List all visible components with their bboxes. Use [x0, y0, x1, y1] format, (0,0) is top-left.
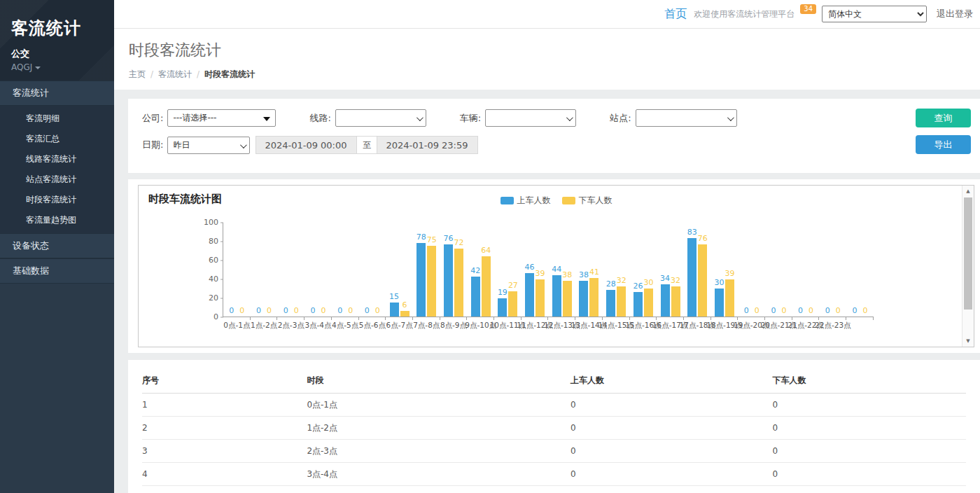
x-axis-label: 7点-8点 [413, 321, 440, 331]
bar-boarding[interactable]: 42 [471, 277, 480, 317]
y-axis-tick: 100 [200, 218, 223, 227]
page-title: 时段客流统计 [129, 40, 980, 61]
line-label: 线路: [309, 112, 330, 125]
legend-item-alighting[interactable]: 下车人数 [562, 195, 612, 207]
export-button[interactable]: 导出 [916, 135, 971, 154]
legend-item-boarding[interactable]: 上车人数 [500, 195, 551, 207]
bar-alighting[interactable]: 39 [725, 279, 734, 317]
query-button[interactable]: 查询 [916, 109, 971, 127]
bar-boarding[interactable]: 30 [715, 289, 724, 317]
y-axis-tick: 40 [200, 275, 223, 284]
bar-value-label: 6 [402, 300, 407, 310]
bar-value-label: 76 [443, 234, 453, 243]
home-link[interactable]: 首页 [664, 7, 687, 22]
bar-alighting[interactable]: 64 [482, 256, 491, 317]
breadcrumb-passenger-stats[interactable]: 客流统计 [158, 69, 192, 79]
legend-label: 上车人数 [517, 195, 551, 207]
bar-group: 1566点-7点 [386, 222, 413, 317]
station-select[interactable] [636, 109, 737, 127]
sidebar-subitem[interactable]: 客流量趋势图 [0, 210, 114, 230]
breadcrumb: 主页/客流统计/时段客流统计 [129, 69, 980, 81]
bar-alighting[interactable]: 30 [644, 289, 653, 317]
bar-alighting[interactable]: 39 [536, 279, 545, 317]
bar-value-label: 0 [853, 306, 858, 315]
date-to-input[interactable]: 2024-01-09 23:59 [377, 136, 478, 154]
table-row[interactable]: 10点-1点00 [142, 394, 966, 417]
table-row[interactable]: 43点-4点00 [142, 463, 966, 486]
bar-alighting[interactable]: 27 [508, 291, 517, 317]
table-row[interactable]: 54点-5点00 [142, 486, 966, 493]
notification-badge[interactable]: 34 [800, 4, 816, 14]
bar-value-label: 28 [606, 279, 616, 289]
y-axis-tick: 80 [200, 237, 223, 246]
bar-boarding[interactable]: 76 [444, 244, 453, 317]
bar-value-label: 38 [562, 270, 572, 279]
table-cell: 0 [772, 440, 966, 463]
x-axis-label: 0点-1点 [223, 321, 250, 331]
bar-group: 78757点-8点 [413, 222, 440, 317]
bar-boarding[interactable]: 34 [661, 284, 670, 317]
line-select[interactable] [335, 109, 426, 127]
bar-boarding[interactable]: 15 [390, 303, 399, 317]
legend-label: 下车人数 [579, 195, 612, 207]
table-cell: 0 [772, 486, 966, 493]
breadcrumb-home[interactable]: 主页 [129, 69, 146, 79]
logout-link[interactable]: 退出登录 [937, 8, 973, 20]
date-preset-select[interactable]: 昨日 [167, 137, 250, 154]
bar-alighting[interactable]: 75 [427, 246, 436, 317]
scroll-down-icon[interactable]: ▼ [962, 335, 974, 347]
table-cell: 2点-3点 [307, 440, 570, 463]
bar-boarding[interactable]: 19 [498, 298, 507, 317]
date-from-input[interactable]: 2024-01-09 00:00 [255, 136, 357, 154]
table-cell: 0 [570, 486, 772, 493]
table-cell: 5 [142, 486, 307, 493]
bar-boarding[interactable]: 46 [525, 273, 534, 317]
account-dropdown[interactable]: AQGJ [11, 62, 103, 72]
bar-alighting[interactable]: 32 [617, 286, 626, 317]
bar-value-label: 83 [687, 228, 697, 237]
bar-alighting[interactable]: 32 [671, 286, 680, 317]
x-axis-label: 8点-9点 [440, 321, 467, 331]
bar-value-label: 0 [284, 306, 288, 315]
chevron-down-icon [727, 114, 734, 121]
bar-alighting[interactable]: 6 [400, 311, 410, 317]
bar-group: 303918点-19点 [711, 222, 738, 317]
date-preset-value: 昨日 [173, 139, 190, 151]
bar-alighting[interactable]: 38 [563, 281, 572, 317]
table-cell: 4 [142, 463, 307, 486]
sidebar-item-passenger-stats[interactable]: 客流统计 [0, 81, 114, 106]
bar-alighting[interactable]: 76 [698, 244, 707, 317]
scroll-up-icon[interactable]: ▲ [962, 186, 974, 197]
welcome-text: 欢迎使用客流统计管理平台 [694, 8, 794, 20]
x-axis-label: 22点-23点 [815, 321, 851, 331]
bar-value-label: 30 [715, 278, 724, 287]
bar-alighting[interactable]: 72 [454, 249, 463, 317]
table-row[interactable]: 32点-3点00 [142, 440, 966, 463]
language-select[interactable]: 简体中文 [822, 6, 927, 22]
bar-group: 0021点-22点 [792, 222, 820, 317]
bar-value-label: 0 [808, 306, 813, 315]
sidebar-subitem[interactable]: 客流明细 [0, 109, 114, 129]
filter-row-2: 日期: 昨日 2024-01-09 00:00 至 2024-01-09 23:… [142, 136, 970, 154]
scrollbar-thumb[interactable] [964, 197, 972, 310]
sidebar-item-device-status[interactable]: 设备状态 [0, 233, 114, 258]
bar-alighting[interactable]: 41 [589, 278, 598, 317]
sidebar-subitem[interactable]: 客流汇总 [0, 129, 114, 149]
vehicle-select[interactable] [485, 109, 576, 127]
bar-boarding[interactable]: 83 [687, 238, 696, 317]
sidebar-subitem[interactable]: 线路客流统计 [0, 149, 114, 169]
x-axis-label: 3点-4点 [304, 321, 331, 331]
chart-scrollbar[interactable]: ▲ ▼ [962, 186, 974, 347]
bar-boarding[interactable]: 38 [579, 281, 588, 317]
bar-boarding[interactable]: 26 [634, 292, 643, 317]
sidebar-item-base-data[interactable]: 基础数据 [0, 258, 114, 284]
sidebar-subitem[interactable]: 站点客流统计 [0, 169, 114, 190]
bar-boarding[interactable]: 44 [552, 275, 561, 317]
sidebar-subitem[interactable]: 时段客流统计 [0, 190, 114, 210]
bar-boarding[interactable]: 78 [416, 243, 426, 317]
bar-group: 283214点-15点 [603, 222, 630, 317]
table-row[interactable]: 21点-2点00 [142, 417, 966, 440]
bar-value-label: 39 [536, 269, 545, 278]
bar-boarding[interactable]: 28 [606, 290, 615, 317]
company-select[interactable]: ---请选择--- [167, 109, 276, 127]
